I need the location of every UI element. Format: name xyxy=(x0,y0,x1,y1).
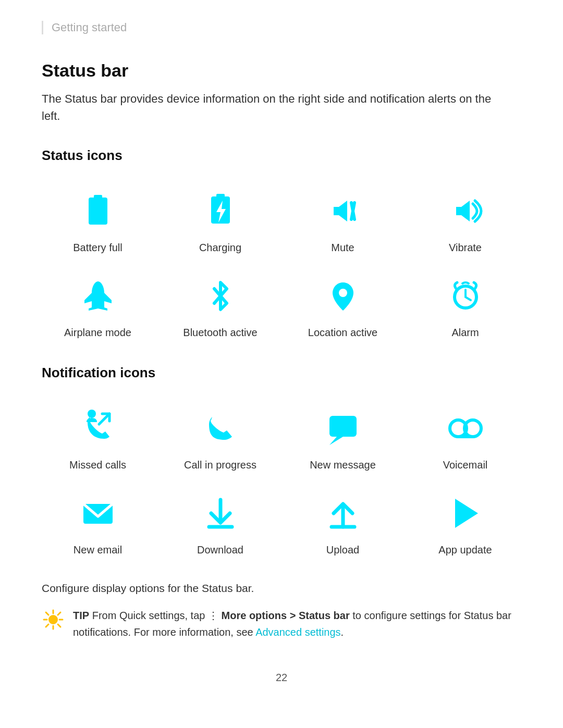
battery-full-cell: Battery full xyxy=(42,179,154,259)
app-update-label: App update xyxy=(438,544,492,556)
bluetooth-active-icon xyxy=(197,273,244,319)
battery-full-icon xyxy=(75,188,121,235)
missed-calls-cell: Missed calls xyxy=(42,397,154,476)
tip-text: TIP From Quick settings, tap ⋮ More opti… xyxy=(73,607,521,640)
missed-calls-icon xyxy=(75,405,121,452)
svg-rect-3 xyxy=(216,194,225,198)
new-message-label: New message xyxy=(310,459,376,471)
svg-line-32 xyxy=(46,612,48,615)
upload-icon xyxy=(320,490,366,537)
alarm-icon xyxy=(442,273,489,319)
voicemail-label: Voicemail xyxy=(443,459,488,471)
status-icons-grid: Battery full Charging Mute xyxy=(42,179,521,344)
voicemail-icon xyxy=(442,405,489,452)
call-in-progress-cell: Call in progress xyxy=(164,397,276,476)
new-email-label: New email xyxy=(74,544,122,556)
svg-point-27 xyxy=(48,615,58,624)
svg-rect-1 xyxy=(94,195,102,199)
airplane-mode-cell: Airplane mode xyxy=(42,264,154,344)
svg-line-33 xyxy=(58,624,60,627)
svg-rect-16 xyxy=(329,416,357,437)
call-in-progress-icon xyxy=(197,405,244,452)
download-label: Download xyxy=(197,544,243,556)
svg-marker-8 xyxy=(456,201,470,221)
mute-label: Mute xyxy=(331,242,354,254)
vibrate-label: Vibrate xyxy=(449,242,482,254)
charging-cell: Charging xyxy=(164,179,276,259)
configure-text: Configure display options for the Status… xyxy=(42,582,521,595)
mute-icon xyxy=(320,188,366,235)
svg-point-9 xyxy=(339,289,347,297)
battery-full-label: Battery full xyxy=(73,242,122,254)
voicemail-cell: Voicemail xyxy=(409,397,521,476)
location-active-cell: Location active xyxy=(287,264,399,344)
svg-line-34 xyxy=(58,612,60,615)
alarm-label: Alarm xyxy=(451,327,479,339)
notification-icons-grid: Missed calls Call in progress New messag… xyxy=(42,397,521,561)
mute-cell: Mute xyxy=(287,179,399,259)
page-title: Status bar xyxy=(42,60,521,81)
new-message-icon xyxy=(320,405,366,452)
airplane-mode-icon xyxy=(75,273,121,319)
tip-text-before: From Quick settings, tap ⋮ xyxy=(92,610,222,621)
svg-line-14 xyxy=(99,414,109,424)
svg-marker-17 xyxy=(329,437,343,445)
svg-rect-0 xyxy=(89,198,107,225)
section-description: The Status bar provides device informati… xyxy=(42,90,511,125)
location-active-label: Location active xyxy=(308,327,377,339)
new-email-cell: New email xyxy=(42,482,154,561)
svg-point-15 xyxy=(88,410,96,418)
new-email-icon xyxy=(75,490,121,537)
app-update-icon xyxy=(442,490,489,537)
bluetooth-active-label: Bluetooth active xyxy=(183,327,257,339)
status-icons-heading: Status icons xyxy=(42,147,521,164)
notification-icons-heading: Notification icons xyxy=(42,365,521,381)
app-update-cell: App update xyxy=(409,482,521,561)
missed-calls-label: Missed calls xyxy=(69,459,126,471)
page-number: 22 xyxy=(42,672,521,684)
svg-marker-5 xyxy=(334,201,347,221)
bluetooth-active-cell: Bluetooth active xyxy=(164,264,276,344)
airplane-mode-label: Airplane mode xyxy=(64,327,131,339)
tip-end: . xyxy=(341,626,344,638)
svg-marker-26 xyxy=(455,499,478,528)
tip-bold: More options > Status bar xyxy=(222,610,350,621)
svg-line-35 xyxy=(46,624,48,627)
download-cell: Download xyxy=(164,482,276,561)
tip-label: TIP xyxy=(73,610,89,621)
vibrate-icon xyxy=(442,188,489,235)
tip-box: TIP From Quick settings, tap ⋮ More opti… xyxy=(42,607,521,640)
location-active-icon xyxy=(320,273,366,319)
charging-label: Charging xyxy=(199,242,241,254)
advanced-settings-link[interactable]: Advanced settings xyxy=(255,626,340,638)
upload-label: Upload xyxy=(326,544,359,556)
call-in-progress-label: Call in progress xyxy=(184,459,256,471)
tip-icon xyxy=(42,608,65,631)
breadcrumb: Getting started xyxy=(42,21,521,34)
charging-icon xyxy=(197,188,244,235)
download-icon xyxy=(197,490,244,537)
alarm-cell: Alarm xyxy=(409,264,521,344)
upload-cell: Upload xyxy=(287,482,399,561)
new-message-cell: New message xyxy=(287,397,399,476)
vibrate-cell: Vibrate xyxy=(409,179,521,259)
